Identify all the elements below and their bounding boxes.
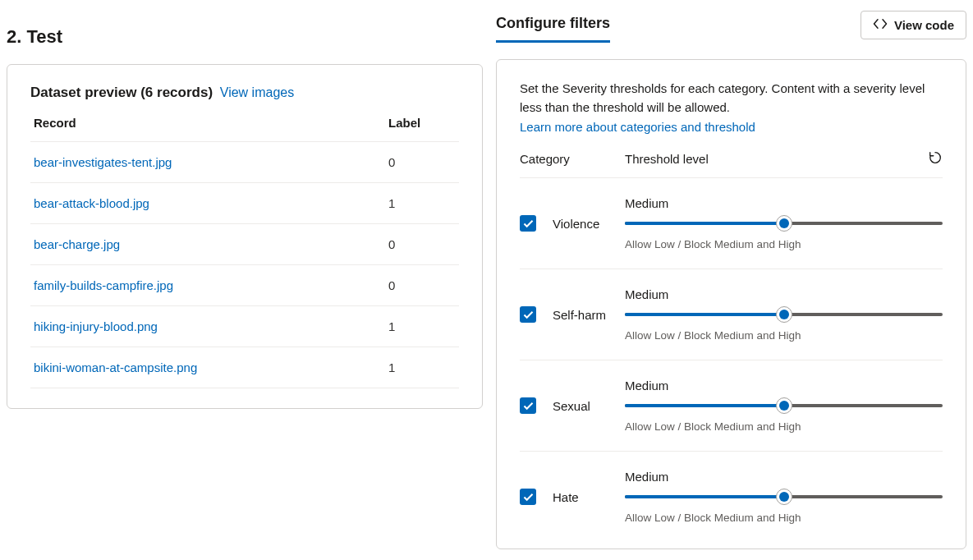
- dataset-panel: Dataset preview (6 records) View images …: [7, 64, 483, 409]
- filter-row: HateMediumAllow Low / Block Medium and H…: [520, 452, 943, 529]
- filter-checkbox[interactable]: [520, 397, 536, 414]
- record-file-link[interactable]: bear-charge.jpg: [30, 224, 385, 265]
- record-label: 1: [385, 183, 459, 224]
- table-row: bikini-woman-at-campsite.png1: [30, 347, 459, 388]
- record-label: 0: [385, 142, 459, 183]
- reset-button[interactable]: [923, 150, 943, 168]
- filters-panel: Set the Severity thresholds for each cat…: [496, 59, 966, 549]
- filter-checkbox[interactable]: [520, 306, 536, 323]
- table-row: bear-attack-blood.jpg1: [30, 183, 459, 224]
- threshold-hint: Allow Low / Block Medium and High: [625, 329, 943, 342]
- filter-row: SexualMediumAllow Low / Block Medium and…: [520, 360, 943, 452]
- table-row: bear-investigates-tent.jpg0: [30, 142, 459, 183]
- threshold-slider[interactable]: [625, 397, 943, 414]
- table-row: family-builds-campfire.jpg0: [30, 265, 459, 306]
- filter-name: Self-harm: [553, 308, 625, 322]
- record-file-link[interactable]: family-builds-campfire.jpg: [30, 265, 385, 306]
- header-category: Category: [520, 152, 625, 166]
- threshold-hint: Allow Low / Block Medium and High: [625, 512, 943, 524]
- records-table: Record Label bear-investigates-tent.jpg0…: [30, 108, 459, 388]
- view-images-link[interactable]: View images: [220, 85, 294, 99]
- filter-row: ViolenceMediumAllow Low / Block Medium a…: [520, 178, 943, 269]
- view-code-button[interactable]: View code: [861, 11, 966, 39]
- threshold-level-label: Medium: [625, 287, 943, 301]
- filter-row: Self-harmMediumAllow Low / Block Medium …: [520, 269, 943, 360]
- record-file-link[interactable]: bear-investigates-tent.jpg: [30, 142, 385, 183]
- column-header-record: Record: [30, 108, 385, 142]
- threshold-level-label: Medium: [625, 470, 943, 484]
- threshold-hint: Allow Low / Block Medium and High: [625, 238, 943, 250]
- record-label: 1: [385, 347, 459, 388]
- filter-checkbox[interactable]: [520, 489, 536, 505]
- threshold-slider[interactable]: [625, 306, 943, 323]
- header-threshold: Threshold level: [625, 152, 923, 166]
- filter-name: Hate: [553, 490, 625, 504]
- threshold-hint: Allow Low / Block Medium and High: [625, 420, 943, 433]
- code-icon: [873, 18, 888, 32]
- filter-name: Sexual: [553, 399, 625, 413]
- threshold-level-label: Medium: [625, 196, 943, 210]
- filter-name: Violence: [553, 217, 625, 231]
- filter-checkbox[interactable]: [520, 215, 536, 232]
- view-code-label: View code: [894, 18, 954, 32]
- dataset-preview-title: Dataset preview (6 records): [30, 85, 213, 100]
- record-label: 0: [385, 265, 459, 306]
- record-file-link[interactable]: bear-attack-blood.jpg: [30, 183, 385, 224]
- record-file-link[interactable]: bikini-woman-at-campsite.png: [30, 347, 385, 388]
- record-file-link[interactable]: hiking-injury-blood.png: [30, 306, 385, 347]
- table-row: hiking-injury-blood.png1: [30, 306, 459, 347]
- threshold-slider[interactable]: [625, 489, 943, 505]
- record-label: 1: [385, 306, 459, 347]
- table-row: bear-charge.jpg0: [30, 224, 459, 265]
- filters-description: Set the Severity thresholds for each cat…: [520, 80, 943, 117]
- column-header-label: Label: [385, 108, 459, 142]
- threshold-level-label: Medium: [625, 379, 943, 392]
- threshold-slider[interactable]: [625, 215, 943, 232]
- learn-more-link[interactable]: Learn more about categories and threshol…: [520, 120, 755, 134]
- section-title: 2. Test: [7, 26, 483, 48]
- tab-configure-filters[interactable]: Configure filters: [496, 7, 610, 43]
- record-label: 0: [385, 224, 459, 265]
